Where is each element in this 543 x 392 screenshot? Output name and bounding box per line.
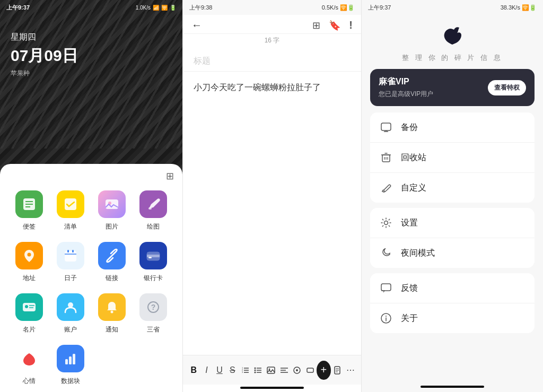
svg-line-19 xyxy=(110,254,114,258)
layout-icon[interactable]: ⊞ xyxy=(312,20,320,31)
ordered-list-button[interactable]: 123 xyxy=(239,362,252,379)
editor-content-area[interactable]: 小刀今天吃了一碗螺蛳粉拉肚子了 xyxy=(183,72,361,355)
status-bar-3: 上午9:37 38.3K/s 🛜🔋 xyxy=(362,0,543,15)
feedback-label: 反馈 xyxy=(401,283,418,294)
app-item-account[interactable]: 账户 xyxy=(50,293,91,334)
app-item-mood[interactable]: 心情 xyxy=(8,345,50,386)
address-icon xyxy=(15,242,43,269)
panel-phone-lockscreen: 上午9:37 1.0K/s 📶 🛜 🔋 星期四 07月09日 苹果种 ⊞ 便签清… xyxy=(0,0,182,392)
svg-rect-13 xyxy=(148,207,152,210)
unordered-list-button[interactable] xyxy=(252,362,265,379)
svg-rect-53 xyxy=(307,368,313,372)
status-right-3: 38.3K/s 🛜🔋 xyxy=(501,4,537,11)
file-button[interactable] xyxy=(331,362,344,379)
status-speed-1: 1.0K/s xyxy=(136,5,151,11)
svg-rect-22 xyxy=(148,257,152,258)
app-item-calendar[interactable]: 日子 xyxy=(50,242,91,283)
strikethrough-button[interactable]: S xyxy=(226,362,239,379)
app-item-todo[interactable]: 清单 xyxy=(50,190,91,231)
app-item-card[interactable]: 名片 xyxy=(8,293,50,334)
editor-content-text: 小刀今天吃了一碗螺蛳粉拉肚子了 xyxy=(194,80,351,94)
add-button[interactable]: + xyxy=(317,361,331,380)
italic-button[interactable]: I xyxy=(200,362,213,379)
app-grid: 便签清单图片绘图地址日子链接银行卡名片账户通知?三省心情数据块 xyxy=(8,190,174,386)
svg-text:3: 3 xyxy=(242,371,243,373)
app-tagline: 整 理 你 的 碎 片 信 息 xyxy=(402,53,502,63)
about-label: 关于 xyxy=(401,313,418,324)
underline-button[interactable]: U xyxy=(213,362,226,379)
svg-rect-15 xyxy=(65,251,76,262)
account-label: 账户 xyxy=(64,325,77,334)
calendar-label: 日子 xyxy=(64,274,77,283)
app-item-sticky[interactable]: 便签 xyxy=(8,190,50,231)
sheet-handle-area: ⊞ xyxy=(8,170,174,182)
svg-point-14 xyxy=(28,253,31,257)
app-item-notify[interactable]: 通知 xyxy=(91,293,133,334)
status-time-1: 上午9:37 xyxy=(6,4,30,12)
svg-point-27 xyxy=(68,302,73,308)
app-item-bank[interactable]: 银行卡 xyxy=(133,242,174,283)
editor-title-area[interactable]: 标题 xyxy=(183,49,361,72)
grid-menu-icon[interactable]: ⊞ xyxy=(166,170,174,182)
vip-card[interactable]: 麻雀VIP 您已是高级VIP用户 查看特权 xyxy=(370,69,535,106)
svg-point-44 xyxy=(255,369,256,371)
bottom-indicator-3 xyxy=(421,386,484,388)
todo-icon xyxy=(57,190,84,218)
svg-rect-23 xyxy=(23,303,36,311)
app-item-reflect[interactable]: ?三省 xyxy=(133,293,174,334)
svg-point-43 xyxy=(255,367,256,369)
draw-icon xyxy=(139,190,167,218)
settings-label: 设置 xyxy=(401,217,418,229)
link-label: 链接 xyxy=(106,274,118,283)
menu-section-help: 反馈 关于 xyxy=(370,273,535,333)
wifi-icon: 🛜 xyxy=(161,5,168,11)
svg-rect-18 xyxy=(72,250,74,252)
feedback-icon xyxy=(379,281,393,295)
battery-1: 🔋 xyxy=(170,5,176,11)
circle-button[interactable] xyxy=(291,362,303,379)
app-item-address[interactable]: 地址 xyxy=(8,242,50,283)
custom-label: 自定义 xyxy=(401,182,426,194)
app-item-link[interactable]: 链接 xyxy=(91,242,133,283)
back-button[interactable]: ← xyxy=(191,19,202,31)
svg-point-45 xyxy=(255,371,256,373)
bookmark-icon[interactable]: 🔖 xyxy=(329,20,340,31)
info-icon xyxy=(379,311,393,326)
panel-settings-menu: 上午9:37 38.3K/s 🛜🔋 整 理 你 的 碎 片 信 息 麻雀VIP … xyxy=(362,0,543,392)
lockscreen-date: 星期四 07月09日 苹果种 xyxy=(11,32,78,78)
notify-label: 通知 xyxy=(106,325,118,334)
datablock-icon xyxy=(57,345,84,372)
mood-label: 心情 xyxy=(23,377,36,386)
shape-button[interactable] xyxy=(303,362,316,379)
vip-subtitle: 您已是高级VIP用户 xyxy=(379,90,433,99)
more-button[interactable]: ⋯ xyxy=(344,362,357,379)
app-item-datablock[interactable]: 数据块 xyxy=(50,345,91,386)
reflect-icon: ? xyxy=(139,293,167,321)
image-insert-button[interactable] xyxy=(265,362,277,379)
align-button[interactable] xyxy=(278,362,291,379)
photo-icon xyxy=(98,190,126,218)
menu-section-settings: 设置 夜间模式 xyxy=(370,208,535,268)
mood-icon xyxy=(15,345,43,372)
menu-item-backup[interactable]: 备份 xyxy=(370,112,535,143)
date-label: 07月09日 xyxy=(11,45,78,67)
brush-icon xyxy=(379,180,393,195)
app-item-photo[interactable]: 图片 xyxy=(91,190,133,231)
status-time-2: 上午9:38 xyxy=(189,4,212,12)
editor-top-toolbar: ← ⊞ 🔖 ! xyxy=(183,15,361,34)
status-right-2: 0.5K/s 🛜🔋 xyxy=(322,4,355,11)
menu-item-about[interactable]: 关于 xyxy=(370,303,535,333)
menu-item-feedback[interactable]: 反馈 xyxy=(370,273,535,303)
menu-item-custom[interactable]: 自定义 xyxy=(370,173,535,203)
reflect-label: 三省 xyxy=(147,325,160,334)
panel-text-editor: 上午9:38 0.5K/s 🛜🔋 ← ⊞ 🔖 ! 16 字 标题 小刀今天吃了一… xyxy=(182,0,362,392)
exclaim-icon[interactable]: ! xyxy=(349,19,353,31)
status-bar-1: 上午9:37 1.0K/s 📶 🛜 🔋 xyxy=(0,0,182,15)
menu-item-night[interactable]: 夜间模式 xyxy=(370,238,535,268)
bold-button[interactable]: B xyxy=(187,362,200,379)
app-item-draw[interactable]: 绘图 xyxy=(133,190,174,231)
vip-privilege-button[interactable]: 查看特权 xyxy=(488,80,526,95)
menu-item-trash[interactable]: 回收站 xyxy=(370,143,535,173)
menu-item-settings[interactable]: 设置 xyxy=(370,208,535,238)
svg-point-68 xyxy=(382,190,384,192)
